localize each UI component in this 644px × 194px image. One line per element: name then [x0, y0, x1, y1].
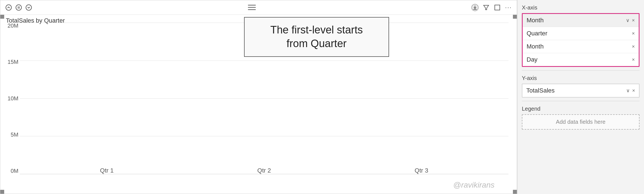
x-axis-field-month-first-icons: ∨ × — [626, 17, 635, 23]
svg-rect-12 — [495, 5, 500, 10]
x-axis-field-quarter[interactable]: Quarter × — [523, 27, 639, 40]
handle-bottom-right[interactable] — [513, 190, 517, 194]
legend-section: Legend Add data fields here — [517, 101, 644, 133]
x-axis-label: X-axis — [522, 4, 640, 11]
x-axis-field-day[interactable]: Day × — [523, 53, 639, 66]
bar-group-qtr2: Qtr 2 — [194, 164, 334, 174]
x-axis-field-month-first-label: Month — [527, 17, 544, 24]
hamburger-icon[interactable] — [248, 4, 256, 11]
close-icon-totalsales[interactable]: × — [632, 88, 635, 94]
bar-label-qtr3: Qtr 3 — [415, 167, 428, 174]
y-label-5m: 5M — [11, 132, 18, 138]
y-axis-section: Y-axis TotalSales ∨ × — [517, 71, 644, 101]
handle-top-right[interactable] — [513, 15, 517, 19]
filter-icon[interactable] — [482, 4, 490, 11]
toolbar-center — [248, 4, 256, 11]
handle-bottom-left[interactable] — [0, 190, 4, 194]
svg-rect-6 — [248, 7, 256, 8]
y-axis-field-box: TotalSales ∨ × — [522, 84, 640, 98]
bar-label-qtr2: Qtr 2 — [257, 167, 271, 174]
right-panel: X-axis Month ∨ × Quarter × Month — [517, 0, 644, 194]
x-axis-field-quarter-icons: × — [632, 31, 635, 37]
annotation-line1: The first-level starts — [270, 24, 363, 36]
chevron-down-icon[interactable]: ∨ — [626, 17, 629, 23]
svg-point-4 — [26, 5, 32, 10]
chart-panel: ··· TotalSales by Quarter 20M 15M 10M 5M… — [0, 0, 517, 194]
x-axis-field-day-icons: × — [632, 57, 635, 63]
svg-rect-7 — [248, 9, 256, 10]
svg-rect-5 — [248, 5, 256, 6]
x-axis-section: X-axis Month ∨ × Quarter × Month — [517, 0, 644, 70]
x-axis-field-month-second[interactable]: Month × — [523, 40, 639, 53]
y-label-0m: 0M — [11, 168, 18, 174]
y-label-20m: 20M — [8, 23, 18, 29]
y-axis-field-totalsales[interactable]: TotalSales ∨ × — [522, 84, 639, 97]
close-icon-month-first[interactable]: × — [632, 18, 635, 23]
add-fields-label: Add data fields here — [556, 119, 606, 125]
svg-point-0 — [6, 5, 11, 10]
annotation-line2: from Quarter — [286, 38, 346, 49]
chevron-down-icon-totalsales[interactable]: ∨ — [626, 88, 630, 94]
bar-group-qtr3: Qtr 3 — [351, 164, 492, 174]
x-axis-field-month-second-icons: × — [632, 44, 635, 50]
download-icon[interactable] — [471, 4, 479, 11]
pause-icon[interactable] — [15, 4, 23, 11]
more-icon[interactable]: ··· — [505, 4, 512, 11]
toolbar-left — [5, 4, 33, 11]
y-axis-labels: 20M 15M 10M 5M 0M — [3, 23, 18, 174]
handle-top-left[interactable] — [0, 15, 4, 19]
y-label-10m: 10M — [8, 95, 18, 102]
y-axis-label: Y-axis — [522, 75, 640, 81]
bar-group-qtr1: Qtr 1 — [37, 164, 177, 174]
legend-label: Legend — [522, 106, 640, 112]
x-axis-field-month-first[interactable]: Month ∨ × — [523, 14, 639, 27]
watermark: @ravikirans — [453, 181, 495, 190]
bar-label-qtr1: Qtr 1 — [100, 167, 114, 174]
y-axis-field-totalsales-label: TotalSales — [526, 87, 555, 94]
chart-toolbar: ··· — [0, 0, 517, 15]
y-label-15m: 15M — [8, 59, 18, 65]
down-circle-icon[interactable] — [25, 4, 33, 11]
x-axis-field-month-second-label: Month — [527, 43, 544, 50]
x-axis-field-day-label: Day — [527, 56, 537, 63]
add-fields-box[interactable]: Add data fields here — [522, 114, 640, 130]
x-axis-field-quarter-label: Quarter — [527, 30, 547, 37]
close-icon-quarter[interactable]: × — [632, 31, 635, 37]
expand-icon[interactable] — [493, 4, 501, 11]
close-icon-day[interactable]: × — [632, 57, 635, 63]
svg-marker-11 — [484, 5, 489, 10]
close-icon-month-second[interactable]: × — [632, 44, 635, 50]
x-axis-field-box: Month ∨ × Quarter × Month × — [522, 13, 640, 67]
y-axis-field-totalsales-icons: ∨ × — [626, 88, 635, 94]
up-icon[interactable] — [5, 4, 13, 11]
svg-point-1 — [16, 5, 21, 10]
annotation-box: The first-level starts from Quarter — [244, 17, 389, 57]
toolbar-right: ··· — [471, 4, 512, 11]
